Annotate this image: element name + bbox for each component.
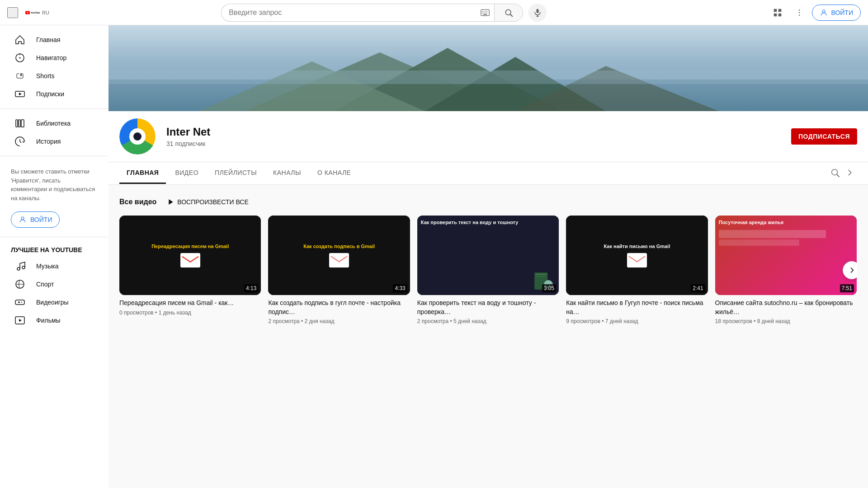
movies-icon	[14, 315, 25, 326]
play-all-label: ВОСПРОИЗВЕСТИ ВСЕ	[177, 198, 249, 206]
mic-button[interactable]	[528, 4, 547, 22]
svg-rect-7	[487, 11, 488, 12]
tab-videos[interactable]: ВИДЕО	[168, 163, 206, 184]
sidebar-library-label: Библиотека	[36, 120, 71, 127]
video-duration-5: 7:51	[840, 284, 854, 292]
svg-point-24	[798, 14, 800, 16]
sign-in-button[interactable]: ВОЙТИ	[812, 5, 861, 21]
search-button[interactable]	[494, 4, 523, 22]
channel-banner	[108, 25, 868, 111]
sidebar-music-label: Музыка	[36, 263, 59, 270]
sidebar-explore-label: Навигатор	[36, 54, 66, 61]
svg-point-34	[21, 217, 24, 220]
video-card-2[interactable]: Как создать подпись в Gmail 4:33 Как соз…	[268, 216, 410, 324]
keyboard-icon	[481, 9, 490, 16]
svg-rect-8	[482, 13, 483, 14]
sidebar-divider-1	[0, 108, 108, 109]
video-time-3: 5 дней назад	[453, 318, 486, 324]
sidebar-divider-2	[0, 156, 108, 156]
video-time-5: 8 дней назад	[757, 318, 790, 324]
tab-playlists[interactable]: ПЛЕЙЛИСТЫ	[208, 163, 264, 184]
svg-marker-43	[19, 319, 22, 322]
subscriptions-icon	[14, 89, 25, 99]
svg-rect-20	[774, 13, 777, 16]
video-title-3: Как проверить текст на воду и тошноту - …	[417, 299, 559, 316]
sidebar-sign-in-button[interactable]: ВОЙТИ	[11, 211, 60, 228]
svg-rect-6	[485, 11, 486, 12]
video-meta-3: 2 просмотра • 5 дней назад	[417, 318, 559, 324]
video-title-5: Описание сайта sutochno.ru – как брониро…	[715, 299, 857, 316]
sidebar-item-library[interactable]: Библиотека	[4, 114, 105, 132]
tab-home[interactable]: ГЛАВНАЯ	[119, 163, 166, 184]
svg-rect-19	[778, 9, 781, 12]
svg-point-36	[22, 266, 25, 269]
more-button[interactable]	[790, 4, 808, 22]
keyboard-button[interactable]	[476, 4, 494, 22]
svg-line-53	[837, 174, 839, 177]
svg-point-23	[798, 12, 800, 13]
menu-button[interactable]	[7, 7, 18, 18]
video-meta-1: 0 просмотров • 1 день назад	[119, 310, 261, 316]
tab-search-button[interactable]	[830, 168, 840, 179]
video-meta-4: 9 просмотров • 7 дней назад	[566, 318, 708, 324]
play-icon	[167, 198, 175, 206]
tab-next-arrow[interactable]	[842, 162, 857, 184]
tab-search-icon	[830, 168, 840, 178]
grid-button[interactable]	[769, 4, 787, 22]
section-title: Все видео	[119, 198, 156, 206]
sidebar-item-explore[interactable]: Навигатор	[4, 49, 105, 67]
sidebar-item-home[interactable]: Главная	[4, 31, 105, 49]
logo[interactable]: YouTube RU	[25, 8, 49, 18]
channel-details: Inter Net 31 подписчик	[166, 126, 780, 147]
mic-icon	[533, 8, 542, 17]
video-card-5[interactable]: Посуточная аренда жилья 7:51 Описание са…	[715, 216, 857, 324]
gmail-icon-1	[180, 253, 200, 267]
main-content: Inter Net 31 подписчик ПОДПИСАТЬСЯ ГЛАВН…	[108, 25, 868, 335]
svg-text:YouTube: YouTube	[31, 11, 40, 14]
svg-rect-58	[536, 274, 547, 275]
compass-icon	[14, 52, 25, 63]
video-card-3[interactable]: Как проверить текст на воду и тошноту 3:…	[417, 216, 559, 324]
play-all-button[interactable]: ВОСПРОИЗВЕСТИ ВСЕ	[162, 196, 254, 208]
video-grid: Переадресация писем на Gmail 4:13 Переад…	[119, 216, 857, 324]
tab-channels[interactable]: КАНАЛЫ	[266, 163, 308, 184]
youtube-logo-icon: YouTube	[25, 8, 40, 18]
sidebar-gaming-label: Видеоигры	[36, 299, 69, 306]
sidebar-item-sport[interactable]: Спорт	[4, 275, 105, 293]
video-views-1: 0 просмотров	[119, 310, 154, 316]
sidebar-item-shorts[interactable]: Shorts	[4, 67, 105, 85]
video-title-1: Переадресация писем на Gmail - как…	[119, 299, 261, 308]
channel-subscribers: 31 подписчик	[166, 140, 780, 147]
svg-rect-10	[485, 13, 486, 14]
video-views-5: 18 просмотров	[715, 318, 752, 324]
sidebar-item-history[interactable]: История	[4, 132, 105, 150]
video-thumbnail-4: Как найти письмо на Gmail 2:41	[566, 216, 708, 295]
video-duration-2: 4:33	[393, 284, 407, 292]
svg-point-35	[17, 267, 20, 270]
sidebar-sport-label: Спорт	[36, 281, 54, 288]
sidebar-item-music[interactable]: Музыка	[4, 257, 105, 275]
svg-point-22	[798, 9, 800, 10]
channel-tabs: ГЛАВНАЯ ВИДЕО ПЛЕЙЛИСТЫ КАНАЛЫ О КАНАЛЕ	[108, 162, 868, 185]
video-thumbnail-3: Как проверить текст на воду и тошноту 3:…	[417, 216, 559, 295]
promo-text: Вы сможете ставить отметки 'Нравится', п…	[0, 162, 108, 208]
video-card-4[interactable]: Как найти письмо на Gmail 2:41 Как найти…	[566, 216, 708, 324]
tab-about[interactable]: О КАНАЛЕ	[310, 163, 359, 184]
sidebar-item-subscriptions[interactable]: Подписки	[4, 85, 105, 103]
svg-rect-15	[537, 9, 539, 13]
videos-section: Все видео ВОСПРОИЗВЕСТИ ВСЕ Переадресаци…	[108, 185, 868, 335]
header-center	[221, 4, 547, 22]
svg-rect-5	[484, 11, 485, 12]
sidebar-item-gaming[interactable]: Видеоигры	[4, 293, 105, 311]
sidebar-item-movies[interactable]: Фильмы	[4, 311, 105, 329]
library-icon	[14, 118, 25, 129]
video-grid-next-button[interactable]	[843, 261, 857, 279]
video-time-2: 2 дня назад	[305, 318, 335, 324]
subscribe-button[interactable]: ПОДПИСАТЬСЯ	[791, 128, 857, 145]
video-card-1[interactable]: Переадресация писем на Gmail 4:13 Переад…	[119, 216, 261, 324]
search-input[interactable]	[221, 4, 476, 22]
search-icon	[504, 8, 513, 17]
sport-icon	[14, 279, 25, 290]
svg-rect-9	[484, 13, 485, 14]
svg-rect-18	[774, 9, 777, 12]
